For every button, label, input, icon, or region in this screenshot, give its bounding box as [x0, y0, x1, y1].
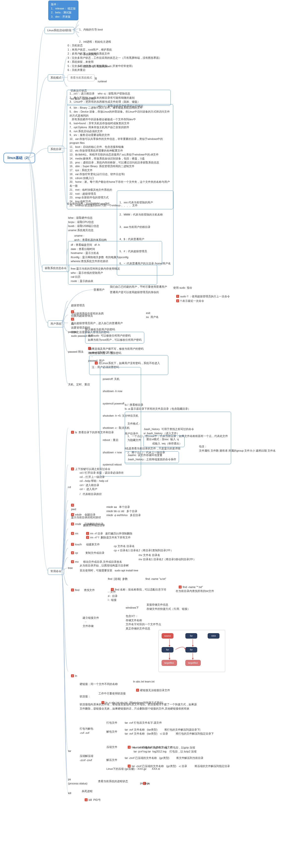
t: cp 复制文件或目录 [75, 551, 104, 554]
cd-list: cd /:打开目录 前提：该目录必须存在 cd ..:打开上一级目录 cd --… [80, 471, 124, 491]
cmd-find: 1find 查找文件 [68, 584, 95, 596]
tar-zip-l: 压缩文件 [106, 745, 117, 749]
shutdown-label: 关机、定时、重启 [68, 382, 90, 386]
cmd-kill: kill [68, 791, 71, 795]
ld-b: for [185, 633, 197, 639]
cmd-rm: 6rm [68, 527, 78, 540]
t: mv 移动文件或目录,文件或目录改名 [75, 560, 122, 563]
passwd-l1: 默认修改当前用户的密码 [85, 328, 115, 332]
ld-c: XXX [208, 633, 220, 639]
cmdline-item: 1、xxx:代表当前登陆的用户 [119, 200, 171, 204]
user-normal-l2: 普通用户是可以使用超级管理员的身份的 [110, 290, 159, 294]
mode-view: 查看当前系统模式 [68, 74, 95, 81]
tree-l2: 首次使用时，可能需要安装 sudo apt install tree [80, 568, 138, 572]
t: kill PID号 [88, 798, 101, 801]
t: 上下按键可以调之前写过命令 [75, 467, 110, 470]
sec-info-title: 获取系统信息命令 [42, 265, 69, 272]
kill-r: 杀死进程 [82, 789, 93, 793]
mindmap-canvas: linux基础（2） 版本： 1、release： 稳定版 2、beta：测试版… [0, 0, 293, 868]
cmd-ln: 2ln [68, 670, 77, 682]
cmdline-item: 3、aaa:当前用户的根目录 [119, 225, 171, 229]
user-sudo-i2: 2!!:表示最近一次命令 [173, 294, 204, 307]
cd-root: / 代表根目录路径 [80, 492, 102, 496]
sd-item: poweroff: 关机 [103, 377, 138, 381]
root-node: linux基础（2） [3, 153, 35, 163]
tar-unzip-i1: tar -zxvf 已压缩的文件名称 (gz类型) 将文件解压到当前目录 [125, 756, 204, 760]
tar-gz: Linux下的压缩 (gz后缀)：XXX.gz XXX.tz [106, 767, 160, 771]
sec-boot-title: Linux系统启动5阶段 [44, 27, 74, 34]
find-ex2: 1find -name "*.txt" 在当前目录内查找所有的txt文件 [176, 581, 214, 597]
bullet-icon: 1 [71, 310, 74, 313]
user-normal-label: 普通用户 [94, 288, 104, 292]
ln-soft-desc: 软连接指向原来的文件名，硬链接直接指向原文件地址。软连接相当于建了一个快捷方式，… [80, 702, 198, 711]
passwd-u1: 如果选项及用户都不写，修改当前用户的密码 如果选项为空 -i：删除密码 [89, 347, 163, 355]
ls-ll: ll也是查看当前目录的文件，只是显示的更详细 [125, 446, 180, 451]
info-block1: lshw：获取硬件信息 lscpu：获取CPU信息 lsusb：获取USB端口信… [68, 216, 99, 232]
sec-mode-title: 系统模式 [48, 74, 64, 81]
ln-soft-label: 软连接： [80, 694, 90, 699]
mode-status-block: 0：关机状态 1：单用户状态，root用户，维护系统 2：多用户状态，没有网络系… [68, 43, 174, 72]
cmd-tar: tar [68, 749, 71, 753]
t: rm [75, 532, 78, 535]
ls-userdir-label: 用户目录中 [125, 432, 138, 436]
kill-item: 1kill PID号 [82, 794, 101, 806]
ps-i2: ps -aux [140, 781, 149, 785]
ls-udi1: .bash_history 可用于查找之前写过的命令 vi .bash_hist… [144, 427, 194, 435]
tar-unpack-i2: tar -xvf 文件名称 (tar类型) -c 目录 将打包的文件解压到指定目… [125, 732, 214, 736]
find-fmt: find [选项] 参数 [108, 577, 128, 581]
cmd-cd-label: cd [68, 485, 71, 489]
boot-item: 1、内核的引导 boot [79, 28, 111, 31]
sec-dir-title: 系统目录 [48, 146, 64, 153]
t: touch 创建新文件 [75, 543, 100, 546]
sec-cmd-title: 常用命令 [48, 568, 64, 575]
tar-zip-label: 压缩解压缩 -zcvf -zxvf [80, 754, 93, 762]
ld-f: targetfile1 [161, 660, 177, 666]
tar-unpack-l: 解包文件 [106, 730, 117, 734]
bullet-icon: 8 [71, 551, 74, 554]
bullet-icon: 4 [71, 513, 74, 516]
user-exit-i2: su 用户名 [146, 315, 159, 319]
tree-l1: 从当前目录开始，以图形结构显示目录树 [80, 563, 129, 568]
user-normal-l1: 我们自己已经建的用户，平时尽量使用普通用户 [110, 285, 167, 289]
bullet-icon: 9 [71, 560, 74, 563]
bullet-icon: 1 [136, 689, 139, 692]
ld-e: for [185, 647, 197, 652]
passwd-usage-label: passwd 用法 [68, 350, 83, 354]
ls-bashrc: .bashrc 设文件存储环境变量 .bash_history：之前终端里面的命… [125, 452, 179, 463]
sec-user-title: 用户系统 [48, 320, 64, 328]
cmdline-title: 命令前的结构：xxx@MMM:aaa[$#] [67, 202, 109, 206]
cmdline-item: 2、MMM：代表当前登陆的主机名称 [119, 213, 171, 217]
ps-r: 查看当前系统的进程状态 [98, 779, 128, 783]
tar-zip-i2: tar -jcvf log.tar log2012.log 打包后，以 bzip… [134, 749, 196, 754]
bullet-icon: 2 [71, 318, 74, 321]
ld-a: source [161, 633, 174, 639]
t: mkdir 创建目录 [75, 513, 96, 516]
cmd-tree: tree [68, 566, 73, 570]
ln-hard-r1: ln abc.txt learn.txt [133, 680, 154, 684]
ln-top: 建立链接文件 → 文件存储 [80, 612, 99, 632]
bullet-icon: 7 [71, 543, 74, 546]
t: ls 查看目录下的所有文件和目录 [75, 431, 114, 434]
user-sudo: 使用 sudo 指令 [173, 286, 192, 290]
bullet-icon: 1 [71, 431, 74, 434]
ls-top2: ls -a:显示该目录下所有的文件及目录（包含隐藏目录） [125, 407, 190, 411]
bullet-icon: 5 [71, 523, 74, 526]
t: find 名称：按名称查找，可以适配任意字符 [115, 588, 166, 591]
bullet-icon: 1 [71, 589, 74, 591]
info-block2: df：查看磁盘空间 df -h date：查看日期时间 hostname：显示主… [68, 241, 162, 265]
version-box: 版本： 1、release： 稳定版 2、beta：测试版 3、dev：开发版 [48, 0, 78, 20]
mkdir-r: mkdir aa 单个目录 mkdir bb cc dd 多个目录 mkdir … [106, 505, 141, 517]
tar-unpack-i1: tar -xvf 文件名称 (tar类型) 将打包的文件解压到源目录下| [125, 727, 200, 732]
dir-intro: 1、cd /：进入根目录 2、每个不同的Linux版本的根目录有可能有细微的差别… [67, 90, 171, 106]
mv-r: mv 文件名 目录名 mv 目录名1 目录名2（将目录1移动到目录2中） [139, 553, 196, 561]
info-uname: uname - arch：查看机器的体系结构 [74, 234, 107, 242]
bullet-icon: 2 [71, 674, 74, 677]
info-block3: free:显示当前的空闲和交换内存使用情况 who：显示在线的登陆用户 cal:… [68, 265, 157, 285]
ln-linux: 包含3个： 存储文件名称 文件名字对应的一个文件节点 真正存储的文件信息 [126, 614, 161, 630]
tar-pack-l: 打包文件 [106, 721, 117, 725]
user-exit-i1: exit [146, 311, 150, 315]
ln-win-r: 直接存储文件信息 存储文件的快捷方式（引用、链接） [147, 602, 190, 611]
ld-d: for [161, 647, 174, 652]
bullet-icon: 2 [176, 299, 179, 302]
ls-top1: ls / :查看根目录 [125, 403, 143, 407]
